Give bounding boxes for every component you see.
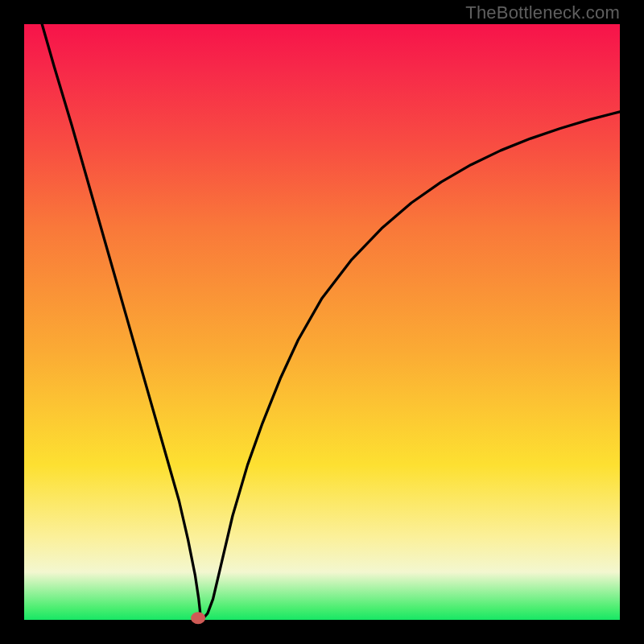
chart-frame: TheBottleneck.com xyxy=(0,0,644,644)
chart-svg xyxy=(24,24,620,620)
minimum-marker xyxy=(191,612,205,624)
curve-line xyxy=(42,24,620,617)
watermark-label: TheBottleneck.com xyxy=(465,2,620,23)
plot-area xyxy=(24,24,620,620)
